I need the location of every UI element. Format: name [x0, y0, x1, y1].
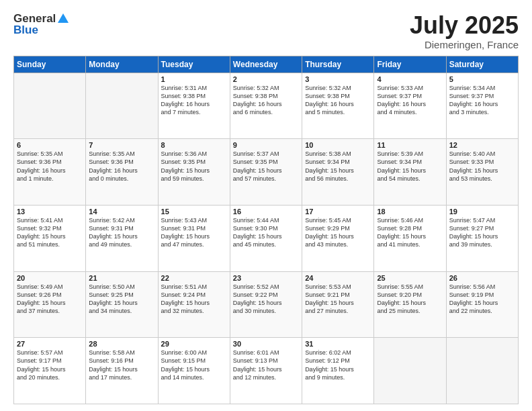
day-number: 16	[233, 208, 299, 216]
calendar-week-row: 20Sunrise: 5:49 AM Sunset: 9:26 PM Dayli…	[14, 271, 519, 338]
day-info: Sunrise: 5:41 AM Sunset: 9:32 PM Dayligh…	[17, 216, 83, 249]
calendar-day: 29Sunrise: 6:00 AM Sunset: 9:15 PM Dayli…	[158, 338, 230, 404]
calendar-day: 30Sunrise: 6:01 AM Sunset: 9:13 PM Dayli…	[230, 338, 302, 404]
calendar-week-row: 1Sunrise: 5:31 AM Sunset: 9:38 PM Daylig…	[14, 73, 519, 139]
calendar-day: 8Sunrise: 5:36 AM Sunset: 9:35 PM Daylig…	[158, 139, 230, 205]
day-info: Sunrise: 5:46 AM Sunset: 9:28 PM Dayligh…	[377, 216, 443, 249]
calendar-day: 2Sunrise: 5:32 AM Sunset: 9:38 PM Daylig…	[230, 73, 302, 139]
day-number: 23	[233, 274, 299, 282]
calendar-day: 6Sunrise: 5:35 AM Sunset: 9:36 PM Daylig…	[14, 139, 86, 205]
calendar-table: SundayMondayTuesdayWednesdayThursdayFrid…	[13, 56, 519, 404]
day-info: Sunrise: 5:32 AM Sunset: 9:38 PM Dayligh…	[305, 84, 371, 117]
day-info: Sunrise: 5:52 AM Sunset: 9:22 PM Dayligh…	[233, 283, 299, 316]
day-info: Sunrise: 5:31 AM Sunset: 9:38 PM Dayligh…	[161, 84, 227, 117]
weekday-header: Saturday	[446, 56, 518, 73]
calendar-day: 3Sunrise: 5:32 AM Sunset: 9:38 PM Daylig…	[302, 73, 374, 139]
calendar-day: 24Sunrise: 5:53 AM Sunset: 9:21 PM Dayli…	[302, 271, 374, 338]
day-number: 26	[449, 274, 515, 282]
day-number: 3	[305, 75, 371, 83]
day-number: 4	[377, 75, 443, 83]
calendar-week-row: 13Sunrise: 5:41 AM Sunset: 9:32 PM Dayli…	[14, 205, 519, 271]
day-info: Sunrise: 5:32 AM Sunset: 9:38 PM Dayligh…	[233, 84, 299, 117]
day-number: 25	[377, 274, 443, 282]
day-info: Sunrise: 5:50 AM Sunset: 9:25 PM Dayligh…	[89, 283, 154, 316]
calendar-week-row: 27Sunrise: 5:57 AM Sunset: 9:17 PM Dayli…	[14, 338, 519, 404]
calendar-day: 16Sunrise: 5:44 AM Sunset: 9:30 PM Dayli…	[230, 205, 302, 271]
calendar-day: 13Sunrise: 5:41 AM Sunset: 9:32 PM Dayli…	[14, 205, 86, 271]
day-info: Sunrise: 6:01 AM Sunset: 9:13 PM Dayligh…	[233, 349, 299, 381]
calendar-day: 9Sunrise: 5:37 AM Sunset: 9:35 PM Daylig…	[230, 139, 302, 205]
day-info: Sunrise: 5:42 AM Sunset: 9:31 PM Dayligh…	[89, 216, 154, 249]
day-info: Sunrise: 5:40 AM Sunset: 9:33 PM Dayligh…	[449, 150, 515, 183]
day-number: 20	[17, 274, 83, 282]
day-number: 29	[161, 340, 227, 348]
day-info: Sunrise: 5:57 AM Sunset: 9:17 PM Dayligh…	[17, 349, 83, 381]
calendar-day: 7Sunrise: 5:35 AM Sunset: 9:36 PM Daylig…	[86, 139, 158, 205]
day-info: Sunrise: 5:53 AM Sunset: 9:21 PM Dayligh…	[305, 283, 371, 316]
calendar-day: 31Sunrise: 6:02 AM Sunset: 9:12 PM Dayli…	[302, 338, 374, 404]
calendar-day: 28Sunrise: 5:58 AM Sunset: 9:16 PM Dayli…	[86, 338, 158, 404]
calendar-day: 14Sunrise: 5:42 AM Sunset: 9:31 PM Dayli…	[86, 205, 158, 271]
title-block: July 2025 Diemeringen, France	[410, 12, 519, 50]
day-info: Sunrise: 5:51 AM Sunset: 9:24 PM Dayligh…	[161, 283, 227, 316]
day-info: Sunrise: 5:39 AM Sunset: 9:34 PM Dayligh…	[377, 150, 443, 183]
day-number: 6	[17, 141, 83, 149]
weekday-header-row: SundayMondayTuesdayWednesdayThursdayFrid…	[14, 56, 519, 73]
day-number: 30	[233, 340, 299, 348]
calendar-body: 1Sunrise: 5:31 AM Sunset: 9:38 PM Daylig…	[14, 73, 519, 404]
day-number: 9	[233, 141, 299, 149]
weekday-header: Tuesday	[158, 56, 230, 73]
day-info: Sunrise: 5:35 AM Sunset: 9:36 PM Dayligh…	[89, 150, 154, 183]
calendar-day: 18Sunrise: 5:46 AM Sunset: 9:28 PM Dayli…	[374, 205, 446, 271]
weekday-header: Thursday	[302, 56, 374, 73]
logo-blue-text: Blue	[13, 24, 38, 37]
calendar-day: 11Sunrise: 5:39 AM Sunset: 9:34 PM Dayli…	[374, 139, 446, 205]
calendar-day: 21Sunrise: 5:50 AM Sunset: 9:25 PM Dayli…	[86, 271, 158, 338]
day-number: 24	[305, 274, 371, 282]
day-info: Sunrise: 5:33 AM Sunset: 9:37 PM Dayligh…	[377, 84, 443, 117]
calendar-day: 17Sunrise: 5:45 AM Sunset: 9:29 PM Dayli…	[302, 205, 374, 271]
calendar-day: 1Sunrise: 5:31 AM Sunset: 9:38 PM Daylig…	[158, 73, 230, 139]
day-number: 12	[449, 141, 515, 149]
calendar-day	[374, 338, 446, 404]
calendar-day: 26Sunrise: 5:56 AM Sunset: 9:19 PM Dayli…	[446, 271, 518, 338]
calendar-day: 23Sunrise: 5:52 AM Sunset: 9:22 PM Dayli…	[230, 271, 302, 338]
day-number: 18	[377, 208, 443, 216]
day-number: 21	[89, 274, 154, 282]
weekday-header: Friday	[374, 56, 446, 73]
calendar-day: 12Sunrise: 5:40 AM Sunset: 9:33 PM Dayli…	[446, 139, 518, 205]
day-number: 15	[161, 208, 227, 216]
svg-marker-0	[58, 13, 69, 23]
title-month: July 2025	[410, 12, 519, 39]
calendar-day: 10Sunrise: 5:38 AM Sunset: 9:34 PM Dayli…	[302, 139, 374, 205]
day-number: 13	[17, 208, 83, 216]
page: General Blue July 2025 Diemeringen, Fran…	[0, 0, 532, 411]
calendar-header: SundayMondayTuesdayWednesdayThursdayFrid…	[14, 56, 519, 73]
day-number: 19	[449, 208, 515, 216]
day-info: Sunrise: 5:34 AM Sunset: 9:37 PM Dayligh…	[449, 84, 515, 117]
day-info: Sunrise: 5:47 AM Sunset: 9:27 PM Dayligh…	[449, 216, 515, 249]
day-info: Sunrise: 5:36 AM Sunset: 9:35 PM Dayligh…	[161, 150, 227, 183]
logo: General Blue	[13, 12, 69, 37]
day-number: 17	[305, 208, 371, 216]
title-location: Diemeringen, France	[410, 39, 519, 50]
day-info: Sunrise: 6:00 AM Sunset: 9:15 PM Dayligh…	[161, 349, 227, 381]
calendar-day	[86, 73, 158, 139]
day-info: Sunrise: 5:37 AM Sunset: 9:35 PM Dayligh…	[233, 150, 299, 183]
day-number: 31	[305, 340, 371, 348]
day-number: 11	[377, 141, 443, 149]
day-number: 8	[161, 141, 227, 149]
header: General Blue July 2025 Diemeringen, Fran…	[13, 12, 519, 50]
day-number: 10	[305, 141, 371, 149]
day-info: Sunrise: 6:02 AM Sunset: 9:12 PM Dayligh…	[305, 349, 371, 381]
day-number: 7	[89, 141, 154, 149]
day-number: 28	[89, 340, 154, 348]
day-number: 22	[161, 274, 227, 282]
calendar-day: 27Sunrise: 5:57 AM Sunset: 9:17 PM Dayli…	[14, 338, 86, 404]
day-info: Sunrise: 5:55 AM Sunset: 9:20 PM Dayligh…	[377, 283, 443, 316]
calendar-day	[14, 73, 86, 139]
day-number: 27	[17, 340, 83, 348]
day-number: 2	[233, 75, 299, 83]
day-info: Sunrise: 5:43 AM Sunset: 9:31 PM Dayligh…	[161, 216, 227, 249]
day-info: Sunrise: 5:35 AM Sunset: 9:36 PM Dayligh…	[17, 150, 83, 183]
